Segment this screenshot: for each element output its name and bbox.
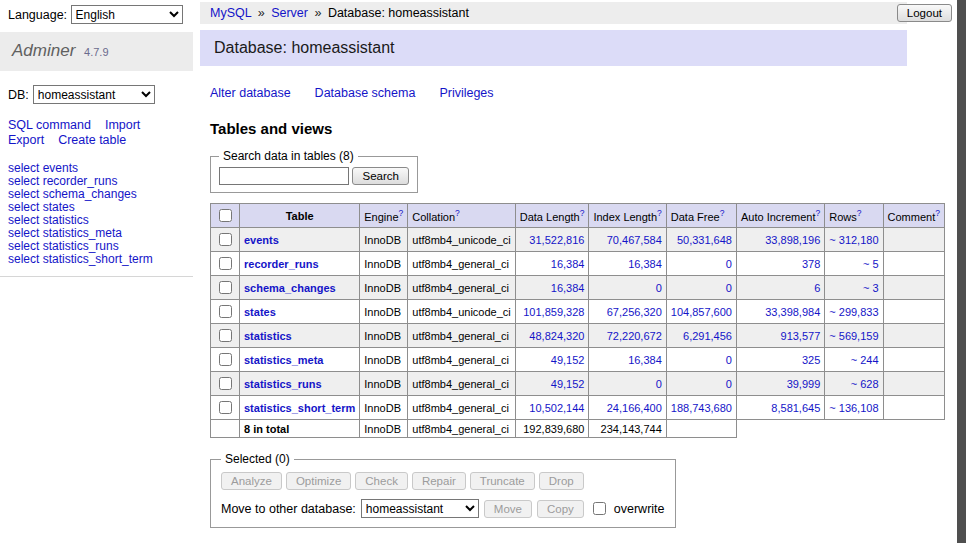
breadcrumb-separator: »: [258, 6, 265, 20]
row-checkbox[interactable]: [219, 401, 232, 414]
row-check-cell: [211, 276, 240, 300]
cell-auto_increment: 33,398,984: [736, 300, 824, 324]
cell-collation: utf8mb4_general_ci: [408, 276, 515, 300]
column-help-icon[interactable]: ?: [399, 208, 404, 218]
column-label: Comment: [888, 211, 936, 223]
row-checkbox[interactable]: [219, 329, 232, 342]
breadcrumb-current: Database: homeassistant: [328, 6, 469, 20]
db-chooser: DB: homeassistant: [0, 71, 193, 108]
cell-collation: utf8mb4_general_ci: [408, 324, 515, 348]
app-name[interactable]: Adminer: [12, 41, 75, 60]
column-help-icon[interactable]: ?: [857, 208, 862, 218]
table-name-link[interactable]: recorder_runs: [244, 258, 319, 270]
db-actions: Alter databaseDatabase schemaPrivileges: [210, 86, 907, 100]
sidebar-table-link[interactable]: select statistics_short_term: [8, 253, 185, 266]
scrollbar-thumb[interactable]: [957, 0, 966, 543]
sidebar-actions: SQL commandImportExportCreate table: [0, 108, 193, 150]
privileges-link[interactable]: Privileges: [439, 86, 493, 100]
database-schema-link[interactable]: Database schema: [315, 86, 416, 100]
column-help-icon[interactable]: ?: [657, 208, 662, 218]
top-bar: Language: English MySQL » Server » Datab…: [0, 0, 966, 28]
cell-index_length: 67,256,320: [589, 300, 666, 324]
cell-table-name: states: [240, 300, 360, 324]
breadcrumb-mysql-link[interactable]: MySQL: [210, 6, 251, 20]
language-select[interactable]: English: [71, 5, 183, 24]
table-row: statistics_runsInnoDButf8mb4_general_ci4…: [211, 372, 945, 396]
col-header-collation: Collation?: [408, 204, 515, 228]
search-input[interactable]: [219, 167, 349, 185]
app-version[interactable]: 4.7.9: [84, 46, 108, 58]
table-name-link[interactable]: statistics_runs: [244, 378, 322, 390]
column-help-icon[interactable]: ?: [455, 208, 460, 218]
table-name-link[interactable]: statistics_meta: [244, 354, 324, 366]
column-label: Rows: [829, 211, 857, 223]
cell-table-name: statistics_short_term: [240, 396, 360, 420]
copy-button: Copy: [537, 500, 584, 518]
col-header-index_length: Index Length?: [589, 204, 666, 228]
row-checkbox[interactable]: [219, 305, 232, 318]
sidebar-create-table-link[interactable]: Create table: [58, 133, 126, 147]
cell-collation: utf8mb4_general_ci: [408, 372, 515, 396]
cell-auto_increment: 913,577: [736, 324, 824, 348]
selected-buttons: AnalyzeOptimizeCheckRepairTruncateDrop: [221, 472, 665, 490]
table-name-link[interactable]: schema_changes: [244, 282, 336, 294]
sidebar-sql-command-link[interactable]: SQL command: [8, 118, 91, 132]
cell-auto_increment: 39,999: [736, 372, 824, 396]
sidebar-export-link[interactable]: Export: [8, 133, 44, 147]
tables-list-table: TableEngine?Collation?Data Length?Index …: [210, 203, 945, 438]
select-all-checkbox[interactable]: [219, 209, 232, 222]
table-name-link[interactable]: states: [244, 306, 276, 318]
col-header-data_free: Data Free?: [666, 204, 736, 228]
cell-comment: [883, 324, 944, 348]
sidebar-import-link[interactable]: Import: [105, 118, 140, 132]
page-title: Database: homeassistant: [200, 30, 907, 66]
selected-legend: Selected (0): [221, 452, 294, 466]
alter-database-link[interactable]: Alter database: [210, 86, 291, 100]
breadcrumb-server-link[interactable]: Server: [271, 6, 308, 20]
cell-index_length: 70,467,584: [589, 228, 666, 252]
column-help-icon[interactable]: ?: [580, 208, 585, 218]
db-select[interactable]: homeassistant: [33, 85, 155, 104]
row-checkbox[interactable]: [219, 281, 232, 294]
table-name-link[interactable]: statistics: [244, 330, 292, 342]
column-label: Auto Increment: [741, 211, 816, 223]
total-label: 8 in total: [240, 420, 360, 438]
row-checkbox[interactable]: [219, 233, 232, 246]
cell-comment: [883, 372, 944, 396]
column-help-icon[interactable]: ?: [935, 208, 940, 218]
column-help-icon[interactable]: ?: [816, 208, 821, 218]
column-help-icon[interactable]: ?: [720, 208, 725, 218]
row-checkbox[interactable]: [219, 257, 232, 270]
table-name-link[interactable]: statistics_short_term: [244, 402, 355, 414]
table-total-row: 8 in totalInnoDButf8mb4_general_ci192,83…: [211, 420, 945, 438]
bulk-drop-button: Drop: [539, 472, 584, 490]
cell-data_length: 16,384: [515, 252, 589, 276]
overwrite-checkbox[interactable]: [593, 502, 606, 515]
cell-collation: utf8mb4_general_ci: [408, 348, 515, 372]
total-blank-cell: [211, 420, 240, 438]
move-db-select[interactable]: homeassistant: [361, 499, 479, 518]
row-checkbox[interactable]: [219, 353, 232, 366]
move-label: Move to other database:: [221, 502, 356, 516]
cell-data_length: 31,522,816: [515, 228, 589, 252]
overwrite-label[interactable]: overwrite: [614, 502, 665, 516]
cell-engine: InnoDB: [360, 372, 408, 396]
cell-comment: [883, 228, 944, 252]
row-check-cell: [211, 228, 240, 252]
logout-button[interactable]: Logout: [897, 4, 952, 22]
cell-data_length: 16,384: [515, 276, 589, 300]
cell-collation: utf8mb4_unicode_ci: [408, 228, 515, 252]
col-header-rows: Rows?: [825, 204, 883, 228]
total-empty-cells: [736, 420, 944, 438]
total-index-length: 234,143,744: [589, 420, 666, 438]
tables-body: eventsInnoDButf8mb4_unicode_ci31,522,816…: [211, 228, 945, 420]
total-data-free: [666, 420, 736, 438]
search-button[interactable]: Search: [352, 167, 408, 185]
main-panel: Database: homeassistant Alter databaseDa…: [200, 30, 907, 543]
table-name-link[interactable]: events: [244, 234, 279, 246]
scrollbar[interactable]: [957, 0, 966, 543]
cell-data_free: 0: [666, 276, 736, 300]
db-label: DB:: [8, 88, 29, 102]
row-checkbox[interactable]: [219, 377, 232, 390]
tables-heading: Tables and views: [210, 120, 907, 137]
